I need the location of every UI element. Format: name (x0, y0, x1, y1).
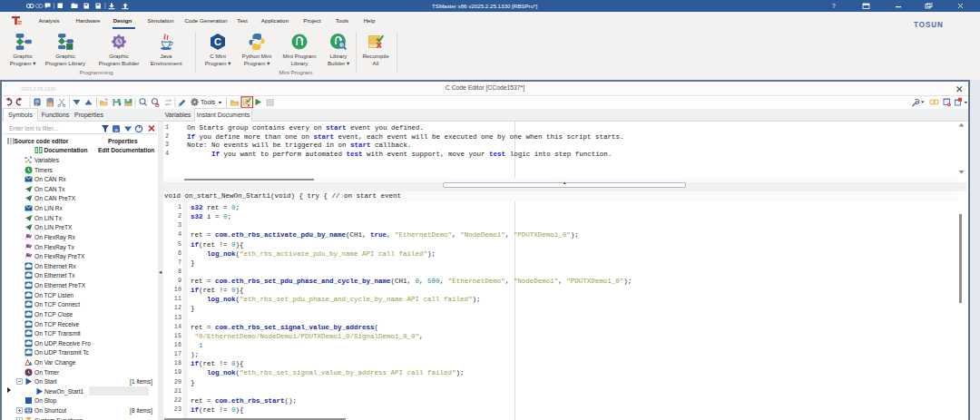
svg-text:Tools: Tools (201, 99, 216, 105)
svg-text:C: C (214, 36, 221, 47)
